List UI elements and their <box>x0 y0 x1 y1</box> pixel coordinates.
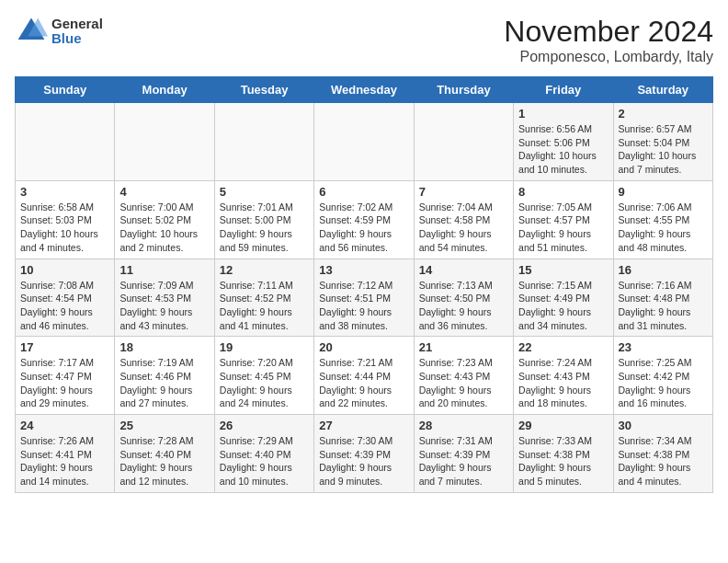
calendar-week-5: 24Sunrise: 7:26 AM Sunset: 4:41 PM Dayli… <box>16 415 713 493</box>
day-info: Sunrise: 7:08 AM Sunset: 4:54 PM Dayligh… <box>20 279 109 333</box>
day-number: 28 <box>419 419 508 432</box>
calendar-cell: 6Sunrise: 7:02 AM Sunset: 4:59 PM Daylig… <box>314 180 414 259</box>
day-number: 14 <box>419 263 508 277</box>
weekday-header-friday: Friday <box>514 77 613 103</box>
day-number: 19 <box>220 340 309 354</box>
day-number: 3 <box>20 185 109 199</box>
calendar-week-2: 3Sunrise: 6:58 AM Sunset: 5:03 PM Daylig… <box>16 180 713 259</box>
calendar-cell: 9Sunrise: 7:06 AM Sunset: 4:55 PM Daylig… <box>613 180 712 259</box>
day-number: 21 <box>419 340 508 354</box>
calendar-cell: 1Sunrise: 6:56 AM Sunset: 5:06 PM Daylig… <box>514 103 613 181</box>
location-title: Pomponesco, Lombardy, Italy <box>504 49 713 65</box>
weekday-header-sunday: Sunday <box>16 77 115 103</box>
calendar-cell <box>214 103 313 181</box>
day-number: 8 <box>518 185 608 199</box>
day-number: 15 <box>518 263 608 277</box>
day-number: 5 <box>220 185 309 199</box>
day-number: 30 <box>619 419 708 432</box>
calendar-cell: 4Sunrise: 7:00 AM Sunset: 5:02 PM Daylig… <box>115 180 214 259</box>
calendar-week-4: 17Sunrise: 7:17 AM Sunset: 4:47 PM Dayli… <box>16 337 713 415</box>
calendar-table: SundayMondayTuesdayWednesdayThursdayFrid… <box>15 76 713 493</box>
day-info: Sunrise: 7:02 AM Sunset: 4:59 PM Dayligh… <box>319 201 408 255</box>
calendar-cell: 18Sunrise: 7:19 AM Sunset: 4:46 PM Dayli… <box>115 337 214 415</box>
day-number: 22 <box>518 340 608 354</box>
day-info: Sunrise: 7:23 AM Sunset: 4:43 PM Dayligh… <box>419 356 508 410</box>
day-info: Sunrise: 7:01 AM Sunset: 5:00 PM Dayligh… <box>220 201 309 255</box>
day-info: Sunrise: 7:34 AM Sunset: 4:38 PM Dayligh… <box>619 434 708 488</box>
calendar-cell: 3Sunrise: 6:58 AM Sunset: 5:03 PM Daylig… <box>16 180 115 259</box>
day-info: Sunrise: 7:15 AM Sunset: 4:49 PM Dayligh… <box>518 279 608 333</box>
logo-blue-text: Blue <box>51 31 103 47</box>
calendar-cell: 28Sunrise: 7:31 AM Sunset: 4:39 PM Dayli… <box>414 415 513 493</box>
day-number: 4 <box>119 185 209 199</box>
title-area: November 2024 Pomponesco, Lombardy, Ital… <box>504 15 713 65</box>
day-number: 9 <box>619 185 708 199</box>
calendar-cell: 7Sunrise: 7:04 AM Sunset: 4:58 PM Daylig… <box>414 180 513 259</box>
calendar-cell: 22Sunrise: 7:24 AM Sunset: 4:43 PM Dayli… <box>514 337 613 415</box>
day-info: Sunrise: 7:24 AM Sunset: 4:43 PM Dayligh… <box>518 356 608 410</box>
weekday-header-wednesday: Wednesday <box>314 77 414 103</box>
logo-general-text: General <box>51 17 103 32</box>
weekday-header-tuesday: Tuesday <box>214 77 313 103</box>
day-info: Sunrise: 7:06 AM Sunset: 4:55 PM Dayligh… <box>619 201 708 255</box>
day-info: Sunrise: 7:13 AM Sunset: 4:50 PM Dayligh… <box>419 279 508 333</box>
day-info: Sunrise: 7:09 AM Sunset: 4:53 PM Dayligh… <box>119 279 209 333</box>
calendar-cell: 25Sunrise: 7:28 AM Sunset: 4:40 PM Dayli… <box>115 415 214 493</box>
day-info: Sunrise: 7:04 AM Sunset: 4:58 PM Dayligh… <box>419 201 508 255</box>
calendar-cell: 13Sunrise: 7:12 AM Sunset: 4:51 PM Dayli… <box>314 259 414 337</box>
calendar-cell: 15Sunrise: 7:15 AM Sunset: 4:49 PM Dayli… <box>514 259 613 337</box>
weekday-header-saturday: Saturday <box>613 77 712 103</box>
calendar-cell: 11Sunrise: 7:09 AM Sunset: 4:53 PM Dayli… <box>115 259 214 337</box>
day-number: 6 <box>319 185 408 199</box>
day-info: Sunrise: 7:26 AM Sunset: 4:41 PM Dayligh… <box>20 434 109 488</box>
calendar-cell <box>115 103 214 181</box>
calendar-cell: 16Sunrise: 7:16 AM Sunset: 4:48 PM Dayli… <box>613 259 712 337</box>
calendar-cell <box>16 103 115 181</box>
month-title: November 2024 <box>504 15 713 49</box>
page-header: General Blue November 2024 Pomponesco, L… <box>15 15 713 65</box>
logo-icon <box>15 15 48 48</box>
day-info: Sunrise: 7:30 AM Sunset: 4:39 PM Dayligh… <box>319 434 408 488</box>
calendar-cell <box>414 103 513 181</box>
day-info: Sunrise: 7:11 AM Sunset: 4:52 PM Dayligh… <box>220 279 309 333</box>
calendar-cell: 19Sunrise: 7:20 AM Sunset: 4:45 PM Dayli… <box>214 337 313 415</box>
calendar-cell: 2Sunrise: 6:57 AM Sunset: 5:04 PM Daylig… <box>613 103 712 181</box>
day-number: 12 <box>220 263 309 277</box>
day-number: 1 <box>518 107 608 121</box>
logo: General Blue <box>15 15 103 48</box>
day-info: Sunrise: 7:33 AM Sunset: 4:38 PM Dayligh… <box>518 434 608 488</box>
day-info: Sunrise: 7:05 AM Sunset: 4:57 PM Dayligh… <box>518 201 608 255</box>
day-info: Sunrise: 7:00 AM Sunset: 5:02 PM Dayligh… <box>119 201 209 255</box>
day-number: 2 <box>619 107 708 121</box>
day-number: 23 <box>619 340 708 354</box>
calendar-cell: 17Sunrise: 7:17 AM Sunset: 4:47 PM Dayli… <box>16 337 115 415</box>
day-info: Sunrise: 7:16 AM Sunset: 4:48 PM Dayligh… <box>619 279 708 333</box>
calendar-week-3: 10Sunrise: 7:08 AM Sunset: 4:54 PM Dayli… <box>16 259 713 337</box>
day-number: 24 <box>20 419 109 432</box>
calendar-cell: 10Sunrise: 7:08 AM Sunset: 4:54 PM Dayli… <box>16 259 115 337</box>
day-number: 26 <box>220 419 309 432</box>
day-info: Sunrise: 7:20 AM Sunset: 4:45 PM Dayligh… <box>220 356 309 410</box>
day-info: Sunrise: 7:29 AM Sunset: 4:40 PM Dayligh… <box>220 434 309 488</box>
day-number: 25 <box>119 419 209 432</box>
weekday-header-row: SundayMondayTuesdayWednesdayThursdayFrid… <box>16 77 713 103</box>
calendar-cell: 30Sunrise: 7:34 AM Sunset: 4:38 PM Dayli… <box>613 415 712 493</box>
calendar-cell: 5Sunrise: 7:01 AM Sunset: 5:00 PM Daylig… <box>214 180 313 259</box>
day-number: 16 <box>619 263 708 277</box>
calendar-cell: 20Sunrise: 7:21 AM Sunset: 4:44 PM Dayli… <box>314 337 414 415</box>
day-number: 13 <box>319 263 408 277</box>
day-number: 20 <box>319 340 408 354</box>
calendar-cell: 12Sunrise: 7:11 AM Sunset: 4:52 PM Dayli… <box>214 259 313 337</box>
day-info: Sunrise: 6:56 AM Sunset: 5:06 PM Dayligh… <box>518 122 608 177</box>
day-info: Sunrise: 7:21 AM Sunset: 4:44 PM Dayligh… <box>319 356 408 410</box>
day-info: Sunrise: 7:17 AM Sunset: 4:47 PM Dayligh… <box>20 356 109 410</box>
day-number: 29 <box>518 419 608 432</box>
calendar-cell: 24Sunrise: 7:26 AM Sunset: 4:41 PM Dayli… <box>16 415 115 493</box>
calendar-cell: 26Sunrise: 7:29 AM Sunset: 4:40 PM Dayli… <box>214 415 313 493</box>
calendar-cell: 29Sunrise: 7:33 AM Sunset: 4:38 PM Dayli… <box>514 415 613 493</box>
day-info: Sunrise: 7:25 AM Sunset: 4:42 PM Dayligh… <box>619 356 708 410</box>
day-number: 17 <box>20 340 109 354</box>
day-number: 27 <box>319 419 408 432</box>
day-info: Sunrise: 7:12 AM Sunset: 4:51 PM Dayligh… <box>319 279 408 333</box>
day-number: 11 <box>119 263 209 277</box>
